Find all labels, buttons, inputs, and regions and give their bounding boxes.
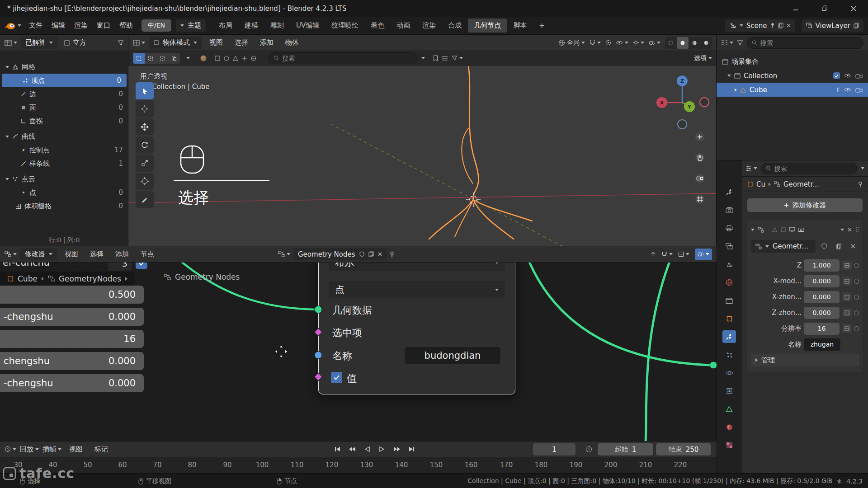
play-reverse-button[interactable] [360, 443, 374, 455]
resolution-value-field[interactable]: 16 [804, 323, 840, 335]
tab-texture[interactable] [722, 439, 736, 451]
animate-decorator[interactable] [854, 279, 859, 284]
tree-group-pointcloud[interactable]: 点云 [0, 172, 128, 186]
editor-type-button[interactable] [5, 446, 16, 452]
tab-view-layer[interactable] [722, 240, 736, 253]
toggle-render-icon[interactable] [798, 227, 804, 232]
tab-output[interactable] [722, 222, 736, 235]
marker-menu[interactable]: 标记 [90, 444, 112, 455]
breadcrumb-modifier[interactable]: Geometr... [783, 180, 819, 188]
hide-eye-icon[interactable] [844, 73, 851, 78]
mode-dropdown[interactable]: 物体模式 [149, 37, 202, 49]
tool-cursor[interactable] [136, 100, 154, 117]
toggle-icon-d[interactable] [241, 55, 248, 61]
editor-type-button[interactable] [5, 40, 17, 46]
tab-constraints[interactable] [722, 385, 736, 397]
viewport-search-input[interactable] [282, 55, 413, 62]
clipped-node-checkbox[interactable] [136, 263, 147, 269]
menu-edit[interactable]: 编辑 [47, 20, 69, 31]
theme-dropdown[interactable]: 主题 [176, 19, 206, 32]
viewlayer-selector[interactable]: ViewLayer [802, 19, 863, 32]
tab-scene[interactable] [722, 258, 736, 271]
tab-modifiers[interactable] [722, 330, 736, 343]
toggle-icon-b[interactable] [223, 55, 230, 61]
close-button[interactable] [839, 6, 868, 11]
object-menu[interactable]: 物体 [281, 37, 303, 48]
filter-icon[interactable] [118, 40, 124, 46]
unlink-button[interactable] [847, 240, 859, 252]
tree-item-face[interactable]: 面0 [0, 101, 128, 114]
camera-view-icon[interactable] [694, 173, 705, 184]
select-menu[interactable]: 选择 [86, 249, 108, 260]
viewport-search-field[interactable] [269, 52, 418, 64]
breadcrumb-object[interactable]: Cu [756, 180, 765, 188]
xmod-value-field[interactable]: 0.000 [804, 275, 840, 287]
z-value-field[interactable]: 1.000 [804, 259, 840, 272]
overlays-dropdown[interactable] [695, 249, 712, 260]
snap-toggle[interactable] [661, 251, 673, 257]
node-context-dropdown[interactable]: 修改器 [20, 248, 57, 260]
manage-subpanel-header[interactable]: 管理 [751, 354, 859, 366]
workspace-tab-shading[interactable]: 着色 [365, 19, 390, 33]
node-field-row[interactable]: 16 [0, 330, 144, 348]
node-canvas[interactable]: er-cunchu 3 0.500 -chengshu0.000 16 chen… [0, 263, 717, 441]
jump-to-end-button[interactable] [405, 443, 419, 455]
toggle-editmode-icon[interactable] [780, 227, 786, 233]
snap-toggle[interactable] [590, 40, 601, 46]
close-icon[interactable] [848, 228, 852, 232]
value-checkbox[interactable] [331, 372, 342, 383]
shield-icon[interactable] [359, 251, 364, 257]
render-camera-icon[interactable] [855, 73, 863, 79]
copy-icon[interactable] [368, 251, 374, 257]
render-camera-icon[interactable] [855, 87, 863, 93]
toggle-icon-e[interactable] [250, 55, 257, 61]
prev-keyframe-button[interactable] [345, 443, 359, 455]
tool-select-box[interactable] [136, 82, 154, 99]
workspace-tab-uv[interactable]: UV编辑 [290, 19, 325, 33]
data-type-dropdown[interactable]: 布尔 [329, 263, 505, 271]
modifier-panel-header[interactable] [751, 224, 859, 235]
tool-annotate[interactable] [136, 191, 154, 208]
tree-group-mesh[interactable]: 网格 [0, 60, 128, 74]
visibility-dropdown[interactable] [616, 40, 628, 45]
workspace-tab-geometry-nodes[interactable]: 几何节点 [468, 19, 507, 33]
node-field-row[interactable]: 0.500 [0, 286, 144, 304]
tool-transform[interactable] [136, 173, 154, 190]
tab-material[interactable] [722, 421, 736, 433]
name-value-field[interactable]: zhugan [804, 338, 840, 351]
shading-solid[interactable] [677, 37, 689, 49]
tool-move[interactable] [136, 118, 154, 136]
editor-type-button[interactable] [745, 165, 757, 172]
pin-icon[interactable] [858, 181, 863, 188]
toggle-icon-a[interactable] [214, 55, 221, 61]
node-menu[interactable]: 节点 [137, 249, 158, 260]
add-modifier-button[interactable]: 添加修改器 [747, 198, 863, 212]
input-attribute-toggle[interactable] [842, 292, 852, 301]
collection-checkbox[interactable] [833, 72, 840, 79]
zzhon-value-field[interactable]: 0.000 [804, 307, 840, 319]
workspace-tab-compositing[interactable]: 合成 [442, 19, 467, 33]
workspace-tab-modeling[interactable]: 建模 [239, 19, 264, 33]
tab-physics[interactable] [722, 366, 736, 379]
options-dropdown[interactable]: 选项 [694, 54, 712, 62]
scene-selector[interactable]: Scene [725, 19, 795, 32]
playback-menu[interactable]: 回放 [20, 445, 39, 454]
shading-rendered[interactable] [700, 40, 712, 46]
tree-item-volume-grid[interactable]: 体积栅格0 [0, 199, 128, 213]
tab-tool[interactable] [722, 186, 736, 198]
input-attribute-toggle[interactable] [842, 324, 852, 333]
view-menu[interactable]: 视图 [205, 37, 227, 48]
menu-file[interactable]: 文件 [25, 20, 47, 31]
editor-type-button[interactable] [133, 40, 145, 46]
current-frame-field[interactable]: 1 [533, 443, 576, 455]
select-mode-intersect[interactable] [168, 53, 180, 64]
view-menu[interactable]: 视图 [61, 249, 82, 260]
unlink-icon[interactable] [378, 252, 382, 256]
tree-item-vertex[interactable]: 顶点0 [2, 74, 127, 87]
offscreen-node-socket[interactable] [710, 361, 717, 369]
tab-particles[interactable] [722, 348, 736, 361]
select-mode-new[interactable] [133, 53, 145, 64]
tool-scale[interactable] [136, 155, 154, 172]
jump-to-start-button[interactable] [330, 443, 344, 455]
snap-mode-dropdown[interactable] [678, 251, 689, 257]
